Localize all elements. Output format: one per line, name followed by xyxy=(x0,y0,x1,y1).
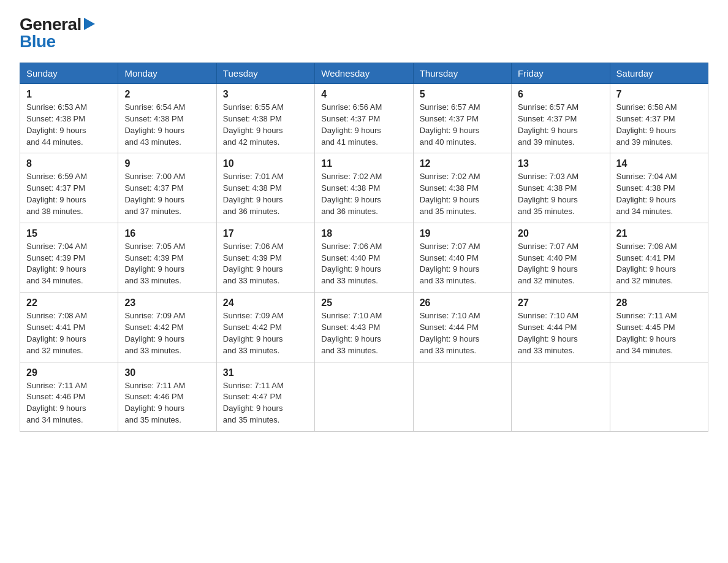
calendar-cell: 16Sunrise: 7:05 AMSunset: 4:39 PMDayligh… xyxy=(118,223,216,292)
calendar-cell: 6Sunrise: 6:57 AMSunset: 4:37 PMDaylight… xyxy=(512,84,610,153)
day-number: 28 xyxy=(616,297,702,308)
day-number: 31 xyxy=(223,367,308,378)
day-info: Sunrise: 7:00 AMSunset: 4:37 PMDaylight:… xyxy=(124,171,210,217)
day-info: Sunrise: 6:58 AMSunset: 4:37 PMDaylight:… xyxy=(616,102,702,148)
logo-blue-text: Blue xyxy=(20,32,56,52)
day-info: Sunrise: 7:11 AMSunset: 4:47 PMDaylight:… xyxy=(223,380,308,426)
day-info: Sunrise: 7:11 AMSunset: 4:45 PMDaylight:… xyxy=(616,310,702,356)
page: General Blue SundayMondayTuesdayWednesda… xyxy=(0,0,728,446)
day-number: 13 xyxy=(518,158,603,169)
calendar-cell xyxy=(512,362,610,431)
day-info: Sunrise: 7:04 AMSunset: 4:38 PMDaylight:… xyxy=(616,171,702,217)
calendar-cell: 15Sunrise: 7:04 AMSunset: 4:39 PMDayligh… xyxy=(20,223,118,292)
day-number: 14 xyxy=(616,158,702,169)
calendar-cell: 14Sunrise: 7:04 AMSunset: 4:38 PMDayligh… xyxy=(610,153,708,223)
day-number: 15 xyxy=(26,228,112,239)
day-number: 3 xyxy=(223,89,308,100)
day-number: 30 xyxy=(124,367,210,378)
day-number: 6 xyxy=(518,89,603,100)
day-info: Sunrise: 7:02 AMSunset: 4:38 PMDaylight:… xyxy=(420,171,505,217)
calendar-cell xyxy=(315,362,413,431)
day-info: Sunrise: 6:57 AMSunset: 4:37 PMDaylight:… xyxy=(420,102,505,148)
calendar-week-row: 29Sunrise: 7:11 AMSunset: 4:46 PMDayligh… xyxy=(20,362,708,431)
calendar-cell: 3Sunrise: 6:55 AMSunset: 4:38 PMDaylight… xyxy=(216,84,314,153)
calendar-cell: 17Sunrise: 7:06 AMSunset: 4:39 PMDayligh… xyxy=(216,223,314,292)
day-info: Sunrise: 6:57 AMSunset: 4:37 PMDaylight:… xyxy=(518,102,603,148)
day-number: 17 xyxy=(223,228,308,239)
day-info: Sunrise: 6:56 AMSunset: 4:37 PMDaylight:… xyxy=(321,102,406,148)
day-info: Sunrise: 7:09 AMSunset: 4:42 PMDaylight:… xyxy=(223,310,308,356)
day-header-tuesday: Tuesday xyxy=(216,63,314,84)
day-info: Sunrise: 7:09 AMSunset: 4:42 PMDaylight:… xyxy=(124,310,210,356)
calendar-cell: 31Sunrise: 7:11 AMSunset: 4:47 PMDayligh… xyxy=(216,362,314,431)
calendar-cell: 11Sunrise: 7:02 AMSunset: 4:38 PMDayligh… xyxy=(315,153,413,223)
calendar-cell: 8Sunrise: 6:59 AMSunset: 4:37 PMDaylight… xyxy=(20,153,118,223)
calendar-cell: 18Sunrise: 7:06 AMSunset: 4:40 PMDayligh… xyxy=(315,223,413,292)
header-row: SundayMondayTuesdayWednesdayThursdayFrid… xyxy=(20,63,708,84)
day-info: Sunrise: 7:08 AMSunset: 4:41 PMDaylight:… xyxy=(26,310,112,356)
calendar-cell: 20Sunrise: 7:07 AMSunset: 4:40 PMDayligh… xyxy=(512,223,610,292)
day-number: 25 xyxy=(321,297,406,308)
calendar-cell: 23Sunrise: 7:09 AMSunset: 4:42 PMDayligh… xyxy=(118,293,216,362)
day-info: Sunrise: 7:01 AMSunset: 4:38 PMDaylight:… xyxy=(223,171,308,217)
calendar-cell: 5Sunrise: 6:57 AMSunset: 4:37 PMDaylight… xyxy=(413,84,511,153)
header: General Blue xyxy=(20,15,708,52)
calendar-week-row: 15Sunrise: 7:04 AMSunset: 4:39 PMDayligh… xyxy=(20,223,708,292)
day-number: 26 xyxy=(420,297,505,308)
calendar-cell: 30Sunrise: 7:11 AMSunset: 4:46 PMDayligh… xyxy=(118,362,216,431)
day-number: 8 xyxy=(26,158,112,169)
day-number: 11 xyxy=(321,158,406,169)
day-info: Sunrise: 7:02 AMSunset: 4:38 PMDaylight:… xyxy=(321,171,406,217)
day-header-sunday: Sunday xyxy=(20,63,118,84)
calendar-week-row: 8Sunrise: 6:59 AMSunset: 4:37 PMDaylight… xyxy=(20,153,708,223)
day-number: 16 xyxy=(124,228,210,239)
day-info: Sunrise: 6:59 AMSunset: 4:37 PMDaylight:… xyxy=(26,171,112,217)
calendar-cell: 10Sunrise: 7:01 AMSunset: 4:38 PMDayligh… xyxy=(216,153,314,223)
calendar-cell: 2Sunrise: 6:54 AMSunset: 4:38 PMDaylight… xyxy=(118,84,216,153)
svg-marker-0 xyxy=(84,18,95,30)
day-number: 2 xyxy=(124,89,210,100)
day-number: 10 xyxy=(223,158,308,169)
day-info: Sunrise: 7:03 AMSunset: 4:38 PMDaylight:… xyxy=(518,171,603,217)
day-header-thursday: Thursday xyxy=(413,63,511,84)
logo: General Blue xyxy=(20,15,95,52)
day-number: 5 xyxy=(420,89,505,100)
day-number: 21 xyxy=(616,228,702,239)
calendar-cell: 7Sunrise: 6:58 AMSunset: 4:37 PMDaylight… xyxy=(610,84,708,153)
day-info: Sunrise: 7:11 AMSunset: 4:46 PMDaylight:… xyxy=(26,380,112,426)
day-number: 1 xyxy=(26,89,112,100)
day-header-wednesday: Wednesday xyxy=(315,63,413,84)
calendar-cell: 27Sunrise: 7:10 AMSunset: 4:44 PMDayligh… xyxy=(512,293,610,362)
day-number: 4 xyxy=(321,89,406,100)
calendar-table: SundayMondayTuesdayWednesdayThursdayFrid… xyxy=(20,63,708,432)
day-header-friday: Friday xyxy=(512,63,610,84)
day-number: 9 xyxy=(124,158,210,169)
day-number: 23 xyxy=(124,297,210,308)
day-info: Sunrise: 7:10 AMSunset: 4:44 PMDaylight:… xyxy=(420,310,505,356)
day-number: 7 xyxy=(616,89,702,100)
calendar-cell: 26Sunrise: 7:10 AMSunset: 4:44 PMDayligh… xyxy=(413,293,511,362)
day-info: Sunrise: 6:54 AMSunset: 4:38 PMDaylight:… xyxy=(124,102,210,148)
day-info: Sunrise: 7:08 AMSunset: 4:41 PMDaylight:… xyxy=(616,241,702,287)
day-info: Sunrise: 7:04 AMSunset: 4:39 PMDaylight:… xyxy=(26,241,112,287)
calendar-cell: 19Sunrise: 7:07 AMSunset: 4:40 PMDayligh… xyxy=(413,223,511,292)
day-info: Sunrise: 7:06 AMSunset: 4:40 PMDaylight:… xyxy=(321,241,406,287)
calendar-cell: 9Sunrise: 7:00 AMSunset: 4:37 PMDaylight… xyxy=(118,153,216,223)
calendar-cell: 1Sunrise: 6:53 AMSunset: 4:38 PMDaylight… xyxy=(20,84,118,153)
calendar-cell: 25Sunrise: 7:10 AMSunset: 4:43 PMDayligh… xyxy=(315,293,413,362)
day-info: Sunrise: 7:05 AMSunset: 4:39 PMDaylight:… xyxy=(124,241,210,287)
day-number: 29 xyxy=(26,367,112,378)
day-info: Sunrise: 6:53 AMSunset: 4:38 PMDaylight:… xyxy=(26,102,112,148)
day-info: Sunrise: 7:07 AMSunset: 4:40 PMDaylight:… xyxy=(518,241,603,287)
day-info: Sunrise: 7:06 AMSunset: 4:39 PMDaylight:… xyxy=(223,241,308,287)
day-number: 22 xyxy=(26,297,112,308)
day-info: Sunrise: 7:11 AMSunset: 4:46 PMDaylight:… xyxy=(124,380,210,426)
calendar-cell: 28Sunrise: 7:11 AMSunset: 4:45 PMDayligh… xyxy=(610,293,708,362)
day-info: Sunrise: 6:55 AMSunset: 4:38 PMDaylight:… xyxy=(223,102,308,148)
calendar-cell: 12Sunrise: 7:02 AMSunset: 4:38 PMDayligh… xyxy=(413,153,511,223)
calendar-cell: 29Sunrise: 7:11 AMSunset: 4:46 PMDayligh… xyxy=(20,362,118,431)
calendar-cell xyxy=(610,362,708,431)
day-number: 20 xyxy=(518,228,603,239)
calendar-week-row: 22Sunrise: 7:08 AMSunset: 4:41 PMDayligh… xyxy=(20,293,708,362)
calendar-cell: 21Sunrise: 7:08 AMSunset: 4:41 PMDayligh… xyxy=(610,223,708,292)
